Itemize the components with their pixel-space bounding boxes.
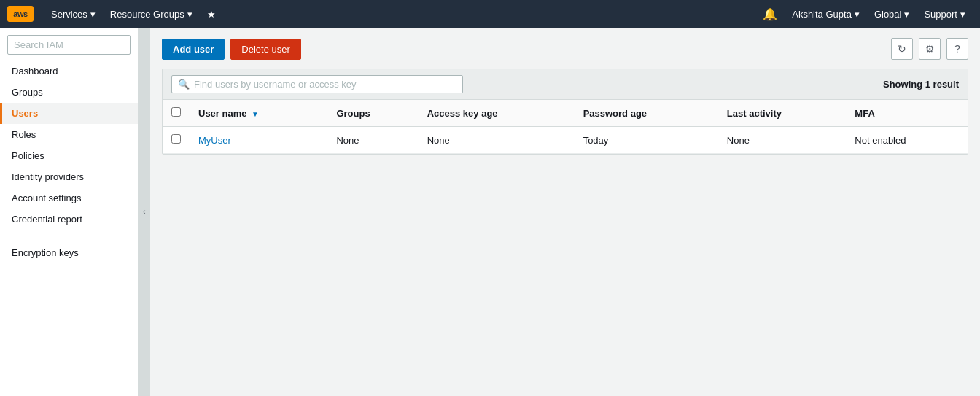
- user-link[interactable]: MyUser: [198, 135, 231, 146]
- search-iam-input[interactable]: [7, 35, 131, 55]
- row-checkbox-cell: [163, 127, 190, 154]
- col-header-last-activity: Last activity: [718, 100, 847, 127]
- user-chevron-icon: ▾: [855, 9, 860, 20]
- top-navigation: aws Services ▾ Resource Groups ▾ ★ 🔔 Aks…: [0, 0, 980, 28]
- sidebar-item-roles[interactable]: Roles: [0, 124, 138, 145]
- add-user-button[interactable]: Add user: [162, 39, 225, 60]
- services-chevron-icon: ▾: [90, 9, 96, 20]
- resource-groups-chevron-icon: ▾: [187, 9, 192, 20]
- cell-groups: None: [327, 127, 418, 154]
- cell-mfa: Not enabled: [846, 127, 968, 154]
- search-icon: 🔍: [178, 79, 190, 90]
- row-checkbox[interactable]: [171, 134, 181, 144]
- settings-button[interactable]: ⚙: [919, 38, 941, 60]
- aws-logo-text: aws: [13, 9, 27, 18]
- cell-access-key-age: None: [419, 127, 575, 154]
- col-header-groups: Groups: [327, 100, 418, 127]
- sidebar-item-dashboard[interactable]: Dashboard: [0, 61, 138, 82]
- table-row: MyUser None None Today None Not enabled: [163, 127, 968, 154]
- select-all-checkbox[interactable]: [171, 107, 181, 117]
- sidebar-search-container: [0, 28, 138, 61]
- cell-username: MyUser: [190, 127, 327, 154]
- sidebar-item-encryption-keys[interactable]: Encryption keys: [0, 242, 138, 263]
- refresh-icon: ↻: [898, 43, 906, 55]
- table-search-bar: 🔍 Showing 1 result: [163, 69, 968, 100]
- cell-last-activity: None: [718, 127, 847, 154]
- col-header-mfa: MFA: [846, 100, 968, 127]
- star-icon: ★: [207, 9, 216, 20]
- nav-favorites[interactable]: ★: [200, 0, 223, 28]
- delete-user-button[interactable]: Delete user: [230, 39, 300, 60]
- main-content: Add user Delete user ↻ ⚙ ? 🔍 Showing 1 r…: [150, 28, 980, 396]
- col-header-access-key-age: Access key age: [419, 100, 575, 127]
- sidebar-item-groups[interactable]: Groups: [0, 82, 138, 103]
- refresh-button[interactable]: ↻: [891, 38, 913, 60]
- bell-icon: 🔔: [763, 8, 777, 20]
- nav-user-account[interactable]: Akshita Gupta ▾: [785, 0, 867, 28]
- users-search-box: 🔍: [171, 75, 463, 93]
- cell-password-age: Today: [575, 127, 718, 154]
- sidebar-item-account-settings[interactable]: Account settings: [0, 187, 138, 209]
- header-checkbox-cell: [163, 100, 190, 127]
- sidebar-divider: [0, 236, 138, 236]
- sidebar-item-users[interactable]: Users: [0, 103, 138, 124]
- users-search-input[interactable]: [194, 79, 456, 90]
- result-count: Showing 1 result: [883, 79, 959, 90]
- help-icon: ?: [954, 43, 960, 55]
- sidebar-item-identity-providers[interactable]: Identity providers: [0, 166, 138, 187]
- sort-icon: ▼: [252, 110, 259, 118]
- settings-icon: ⚙: [925, 43, 935, 55]
- sidebar-navigation: Dashboard Groups Users Roles Policies Id…: [0, 61, 138, 263]
- notifications-bell[interactable]: 🔔: [755, 7, 785, 21]
- help-button[interactable]: ?: [946, 38, 968, 60]
- region-chevron-icon: ▾: [904, 9, 909, 20]
- aws-logo[interactable]: aws: [7, 6, 34, 22]
- sidebar-item-credential-report[interactable]: Credential report: [0, 209, 138, 230]
- users-table: User name ▼ Groups Access key age Passwo…: [163, 100, 968, 154]
- nav-resource-groups[interactable]: Resource Groups ▾: [103, 0, 200, 28]
- col-header-password-age: Password age: [575, 100, 718, 127]
- support-chevron-icon: ▾: [960, 9, 965, 20]
- nav-support[interactable]: Support ▾: [917, 0, 973, 28]
- nav-services[interactable]: Services ▾: [44, 0, 103, 28]
- sidebar-item-policies[interactable]: Policies: [0, 145, 138, 166]
- col-header-username[interactable]: User name ▼: [190, 100, 327, 127]
- nav-region[interactable]: Global ▾: [867, 0, 917, 28]
- sidebar-collapse-button[interactable]: ‹: [139, 28, 150, 396]
- sidebar: Dashboard Groups Users Roles Policies Id…: [0, 28, 139, 396]
- table-header-row: User name ▼ Groups Access key age Passwo…: [163, 100, 968, 127]
- users-toolbar: Add user Delete user ↻ ⚙ ?: [150, 28, 980, 69]
- users-table-container: 🔍 Showing 1 result User name ▼: [162, 69, 968, 155]
